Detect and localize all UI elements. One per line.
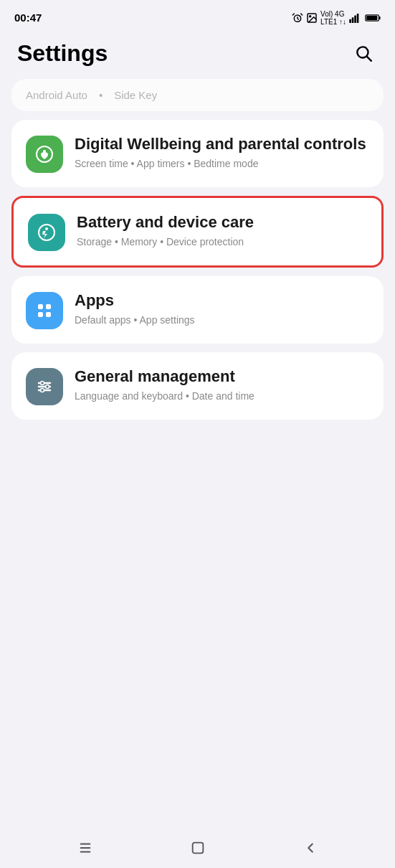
partial-card-labels: Android Auto • Side Key — [26, 89, 157, 101]
general-management-title: General management — [75, 367, 369, 387]
alarm-icon — [292, 12, 303, 24]
battery-device-care-icon-bg — [28, 214, 65, 251]
battery-device-care-subtitle: Storage • Memory • Device protection — [77, 235, 367, 250]
battery-device-care-text: Battery and device care Storage • Memory… — [77, 212, 367, 249]
svg-point-16 — [39, 225, 54, 240]
apps-icon — [34, 300, 55, 321]
digital-wellbeing-title: Digital Wellbeing and parental controls — [75, 134, 369, 154]
page-title: Settings — [17, 40, 108, 67]
svg-rect-10 — [379, 16, 380, 19]
svg-point-4 — [310, 15, 311, 16]
recent-apps-button[interactable] — [77, 840, 93, 856]
digital-wellbeing-card[interactable]: Digital Wellbeing and parental controls … — [11, 120, 384, 187]
digital-wellbeing-text: Digital Wellbeing and parental controls … — [75, 134, 369, 171]
general-management-card[interactable]: General management Language and keyboard… — [11, 352, 384, 420]
general-management-subtitle: Language and keyboard • Date and time — [75, 390, 369, 404]
svg-point-26 — [46, 385, 49, 389]
back-button[interactable] — [303, 840, 318, 856]
settings-list: Android Auto • Side Key Digital Wellbein… — [0, 79, 395, 420]
status-bar: 00:47 Vol) 4GLTE1 ↑↓ — [0, 0, 395, 32]
svg-rect-20 — [38, 312, 43, 317]
svg-rect-7 — [354, 15, 356, 23]
partial-label-1: Android Auto — [26, 89, 87, 101]
search-button[interactable] — [349, 39, 378, 67]
nav-bar — [0, 828, 395, 868]
digital-wellbeing-icon — [34, 143, 55, 165]
svg-point-25 — [41, 382, 44, 385]
svg-point-17 — [45, 227, 48, 230]
svg-rect-19 — [46, 304, 51, 309]
battery-device-care-card[interactable]: Battery and device care Storage • Memory… — [11, 196, 384, 268]
search-icon — [354, 44, 373, 62]
partial-label-2: Side Key — [114, 89, 157, 101]
svg-line-13 — [367, 57, 371, 61]
svg-line-1 — [292, 14, 294, 15]
gallery-icon — [306, 12, 318, 24]
apps-card[interactable]: Apps Default apps • App settings — [11, 276, 384, 344]
svg-rect-21 — [46, 312, 51, 317]
general-management-text: General management Language and keyboard… — [75, 367, 369, 403]
general-management-icon-bg — [26, 368, 63, 405]
svg-rect-18 — [38, 304, 43, 309]
svg-rect-6 — [352, 17, 354, 23]
battery-icon — [365, 13, 381, 23]
svg-rect-5 — [349, 19, 351, 22]
svg-point-15 — [43, 150, 46, 153]
svg-rect-11 — [366, 16, 377, 20]
general-management-icon — [34, 376, 55, 397]
svg-line-2 — [301, 14, 303, 15]
status-time: 00:47 — [14, 11, 42, 24]
home-button[interactable] — [190, 840, 206, 856]
battery-device-care-title: Battery and device care — [77, 212, 367, 232]
apps-icon-bg — [26, 292, 63, 329]
status-icons: Vol) 4GLTE1 ↑↓ — [292, 10, 381, 26]
digital-wellbeing-subtitle: Screen time • App timers • Bedtime mode — [75, 157, 369, 171]
svg-rect-8 — [357, 13, 359, 22]
signal-icon — [349, 13, 362, 23]
svg-rect-31 — [192, 843, 203, 854]
network-indicator: Vol) 4GLTE1 ↑↓ — [320, 10, 346, 26]
svg-point-27 — [41, 389, 44, 392]
digital-wellbeing-icon-bg — [26, 136, 63, 173]
apps-subtitle: Default apps • App settings — [75, 313, 369, 328]
apps-text: Apps Default apps • App settings — [75, 291, 369, 327]
partial-card: Android Auto • Side Key — [11, 79, 384, 111]
partial-dot-1: • — [99, 89, 103, 101]
app-header: Settings — [0, 32, 395, 79]
apps-title: Apps — [75, 291, 369, 311]
battery-device-care-icon — [36, 222, 57, 243]
